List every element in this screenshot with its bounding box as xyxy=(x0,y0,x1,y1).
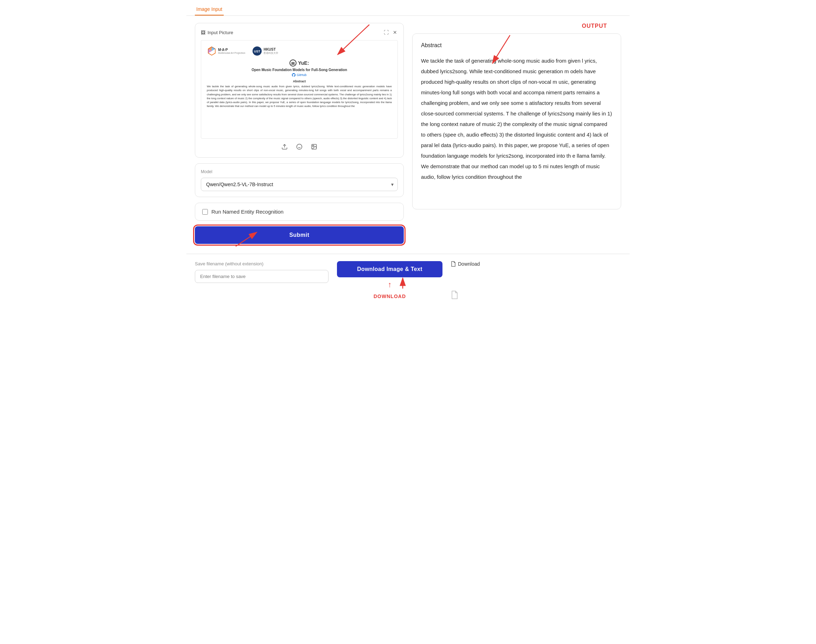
svg-rect-9 xyxy=(291,64,295,65)
image-bottom-icons xyxy=(201,143,398,152)
download-right-section: Download xyxy=(451,261,480,300)
input-picture-label: Input Picture xyxy=(208,30,233,35)
paper-logos: M·A·P Multimodal Art Projection UST xyxy=(207,46,392,56)
svg-rect-6 xyxy=(292,62,292,64)
download-center: Download Image & Text ↑ DOWNLOAD xyxy=(337,261,442,299)
submit-button[interactable]: Submit xyxy=(195,226,404,244)
ner-checkbox[interactable] xyxy=(202,209,208,215)
svg-point-11 xyxy=(297,144,302,150)
tab-bar: Image Input xyxy=(187,0,629,16)
image-input-card: 🖼 Input Picture ⛶ ✕ xyxy=(195,23,404,158)
download-text-button[interactable]: Download xyxy=(451,261,480,267)
hkust-logo: UST HKUST 香港科技大学 xyxy=(252,46,278,56)
close-image-button[interactable]: ✕ xyxy=(392,29,398,36)
model-card: Model Qwen/Qwen2.5-VL-7B-Instruct Qwen/Q… xyxy=(195,163,404,197)
image-card-actions: ⛶ ✕ xyxy=(383,29,398,36)
tab-image-input[interactable]: Image Input xyxy=(195,3,224,15)
github-link[interactable]: GitHub xyxy=(207,73,392,77)
image-card-title: 🖼 Input Picture xyxy=(201,30,233,35)
github-label[interactable]: GitHub xyxy=(297,73,306,77)
svg-rect-7 xyxy=(292,62,293,64)
left-panel: 🖼 Input Picture ⛶ ✕ xyxy=(195,23,404,244)
model-select-wrapper: Qwen/Qwen2.5-VL-7B-Instruct Qwen/Qwen2.5… xyxy=(201,178,398,191)
paper-main-title: Open Music Foundation Models for Full-So… xyxy=(207,68,392,72)
image-card-header: 🖼 Input Picture ⛶ ✕ xyxy=(201,29,398,36)
download-text-label: Download xyxy=(458,261,480,267)
page-wrapper: Image Input 🖼 Input Picture ⛶ ✕ xyxy=(187,0,629,644)
main-content: 🖼 Input Picture ⛶ ✕ xyxy=(187,16,629,251)
hkust-logo-icon: UST xyxy=(252,46,262,56)
model-label: Model xyxy=(201,169,398,174)
file-icon-bottom xyxy=(451,291,458,300)
emoji-icon-button[interactable] xyxy=(295,143,303,152)
picture-icon: 🖼 xyxy=(201,30,205,35)
svg-rect-8 xyxy=(294,62,294,64)
save-filename-section: Save filename (without extension) xyxy=(195,261,329,283)
svg-text:UST: UST xyxy=(254,50,260,53)
svg-point-15 xyxy=(313,145,314,147)
paper-abstract-title: Abstract xyxy=(207,80,392,83)
bottom-bar: Save filename (without extension) Downlo… xyxy=(187,254,629,307)
map-text: M·A·P Multimodal Art Projection xyxy=(218,48,245,54)
download-label: DOWNLOAD xyxy=(374,293,406,299)
model-select[interactable]: Qwen/Qwen2.5-VL-7B-Instruct Qwen/Qwen2.5… xyxy=(201,178,398,191)
output-label: OUTPUT xyxy=(412,23,621,29)
up-arrow-icon: ↑ xyxy=(388,280,392,289)
map-logo: M·A·P Multimodal Art Projection xyxy=(207,46,245,56)
svg-marker-2 xyxy=(212,47,215,51)
image-search-icon-button[interactable] xyxy=(310,143,318,152)
ner-label: Run Named Entity Recognition xyxy=(211,209,283,215)
yue-title-text: YuE: xyxy=(298,60,309,66)
save-filename-input[interactable] xyxy=(195,270,329,283)
paper-abstract-text: We tackle the task of generating whole-s… xyxy=(207,84,392,108)
save-filename-label: Save filename (without extension) xyxy=(195,261,329,267)
paper-preview: M·A·P Multimodal Art Projection UST xyxy=(201,40,398,139)
yue-logo: YuE: xyxy=(207,60,392,66)
yue-icon xyxy=(289,60,297,66)
output-section-title: Abstract xyxy=(421,42,612,49)
ner-card: Run Named Entity Recognition xyxy=(195,203,404,221)
hkust-text: HKUST 香港科技大学 xyxy=(263,48,278,55)
paper-title-section: YuE: Open Music Foundation Models for Fu… xyxy=(207,60,392,77)
output-text: We tackle the task of generating whole-s… xyxy=(421,55,612,182)
right-panel: OUTPUT Abstract We tackle the task of ge… xyxy=(412,23,621,209)
upload-icon-button[interactable] xyxy=(281,143,288,152)
download-image-text-button[interactable]: Download Image & Text xyxy=(337,261,442,277)
file-icon-small xyxy=(451,261,456,267)
map-logo-icon xyxy=(207,46,217,56)
expand-button[interactable]: ⛶ xyxy=(383,29,389,36)
output-card: Abstract We tackle the task of generatin… xyxy=(412,34,621,209)
file-icon-bottom-right xyxy=(451,291,458,299)
